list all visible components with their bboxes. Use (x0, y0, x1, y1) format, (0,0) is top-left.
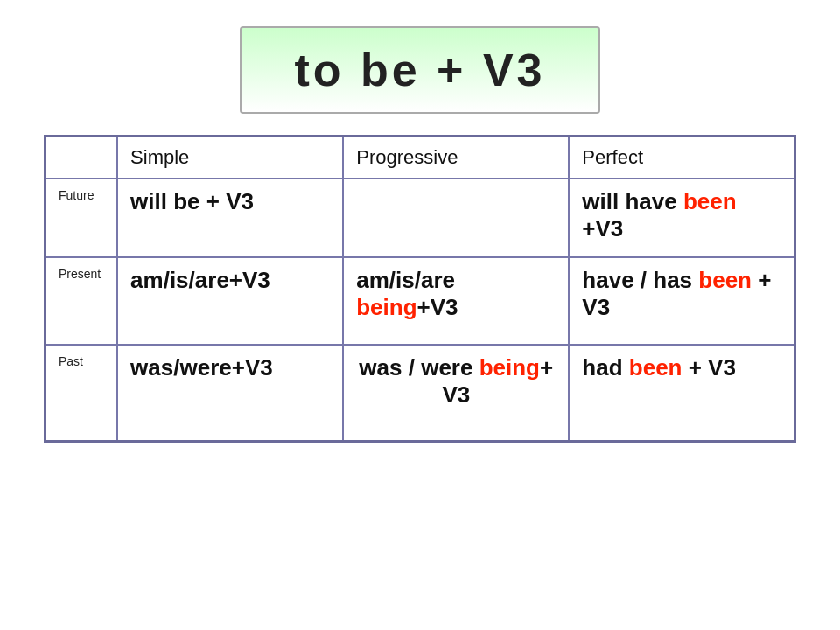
title-box: to be + V3 (240, 26, 599, 114)
row-present: Present am/is/are+V3 am/is/are being+V3 … (46, 257, 795, 345)
row-future: Future will be + V3 will have been +V3 (46, 178, 795, 257)
grammar-table: Simple Progressive Perfect Future will b… (44, 135, 796, 443)
future-simple: will be + V3 (117, 178, 343, 257)
present-progressive: am/is/are being+V3 (343, 257, 569, 345)
page-title: to be + V3 (294, 45, 545, 95)
past-perfect-red: been (629, 354, 682, 381)
corner-cell (46, 136, 118, 179)
past-perfect: had been + V3 (569, 345, 794, 441)
past-progressive: was / were being+ V3 (343, 345, 569, 441)
present-perfect-red: been (698, 267, 752, 293)
header-progressive: Progressive (343, 136, 569, 179)
row-past: Past was/were+V3 was / were being+ V3 ha… (46, 345, 795, 441)
past-progressive-red: being (480, 354, 540, 381)
present-simple: am/is/are+V3 (117, 257, 343, 345)
header-simple: Simple (117, 136, 343, 179)
header-perfect: Perfect (569, 136, 794, 179)
label-future: Future (46, 178, 118, 257)
present-progressive-red: being (356, 294, 416, 320)
future-perfect: will have been +V3 (569, 178, 794, 257)
past-simple: was/were+V3 (117, 345, 343, 441)
future-progressive (343, 178, 569, 257)
label-past: Past (46, 345, 118, 441)
label-present: Present (46, 257, 118, 345)
future-perfect-red: been (683, 188, 737, 214)
header-row: Simple Progressive Perfect (46, 136, 795, 179)
present-perfect: have / has been + V3 (569, 257, 794, 345)
